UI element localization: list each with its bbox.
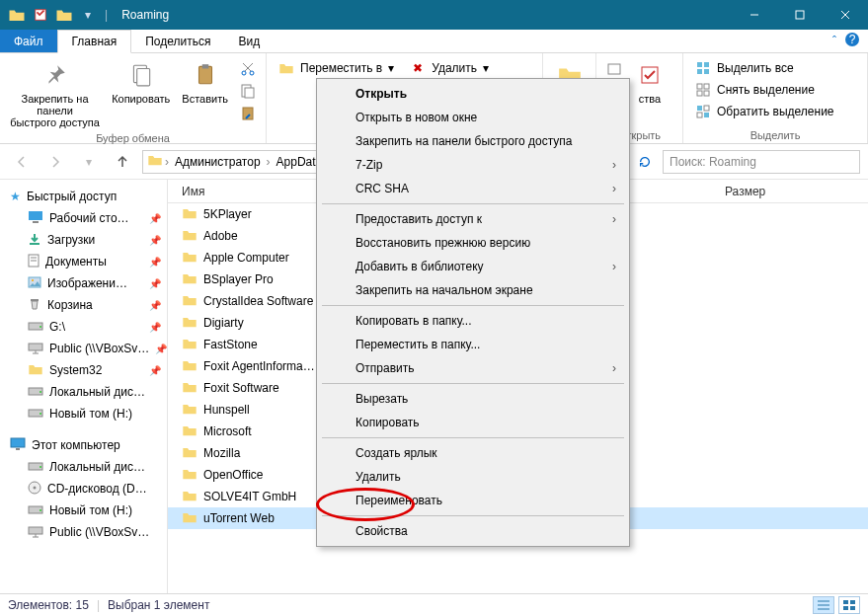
- chevron-right-icon: ›: [612, 361, 616, 375]
- details-view-button[interactable]: [813, 596, 834, 614]
- tab-share[interactable]: Поделиться: [131, 30, 224, 52]
- drive-icon: [28, 407, 43, 422]
- sidebar-item[interactable]: Загрузки📌: [0, 229, 167, 251]
- sidebar-item[interactable]: Корзина📌: [0, 294, 167, 316]
- titlebar: ▾ | Roaming: [0, 0, 868, 30]
- search-input[interactable]: Поиск: Roaming: [663, 150, 860, 174]
- sidebar-item[interactable]: Новый том (H:): [0, 500, 167, 521]
- drive-icon: [28, 385, 43, 400]
- copy-button[interactable]: Копировать: [108, 57, 174, 107]
- svg-rect-30: [704, 113, 709, 117]
- minimize-button[interactable]: [732, 0, 777, 30]
- up-button[interactable]: [109, 148, 136, 176]
- menu-item[interactable]: Переименовать: [320, 489, 626, 512]
- menu-item-label: Вырезать: [355, 392, 408, 406]
- sidebar-item[interactable]: Документы📌: [0, 251, 167, 272]
- help-icon[interactable]: ?: [844, 32, 860, 50]
- select-none-button[interactable]: Снять выделение: [689, 79, 821, 101]
- folder-icon: [182, 489, 197, 505]
- breadcrumb-item[interactable]: Администратор: [171, 155, 265, 169]
- properties-icon[interactable]: [30, 4, 51, 26]
- pin-icon: 📌: [149, 257, 161, 268]
- sidebar-item[interactable]: Public (\\VBoxSv…📌: [0, 338, 167, 359]
- menu-item[interactable]: Восстановить прежнюю версию: [320, 231, 626, 255]
- menu-item[interactable]: Копировать: [320, 411, 626, 434]
- thumbnails-view-button[interactable]: [838, 596, 860, 614]
- menu-item[interactable]: Удалить: [320, 465, 626, 489]
- back-button[interactable]: [8, 148, 36, 176]
- sidebar-item-label: Рабочий сто…: [49, 211, 129, 225]
- tab-file[interactable]: Файл: [0, 30, 57, 52]
- qat-dropdown-icon[interactable]: ▾: [77, 4, 99, 26]
- sidebar-item[interactable]: Локальный дис…: [0, 381, 167, 403]
- folder-icon: [182, 510, 197, 527]
- menu-item[interactable]: Отправить›: [320, 356, 626, 380]
- copy-path-button[interactable]: [236, 81, 260, 101]
- maximize-button[interactable]: [777, 0, 823, 30]
- tab-view[interactable]: Вид: [224, 30, 274, 52]
- folder-icon: [182, 467, 197, 484]
- menu-item[interactable]: Переместить в папку...: [320, 333, 626, 356]
- file-name: BSplayer Pro: [203, 272, 274, 286]
- select-all-button[interactable]: Выделить все: [689, 57, 800, 79]
- sidebar-item[interactable]: Изображени…📌: [0, 272, 167, 294]
- svg-rect-27: [697, 106, 702, 111]
- menu-item[interactable]: Закрепить на панели быстрого доступа: [320, 129, 626, 153]
- menu-item[interactable]: Открыть: [320, 82, 626, 106]
- group-clipboard-label: Буфер обмена: [6, 130, 260, 144]
- invert-selection-button[interactable]: Обратить выделение: [689, 101, 840, 122]
- svg-rect-8: [136, 69, 149, 86]
- network-icon: [28, 341, 43, 357]
- delete-label: Удалить: [432, 61, 477, 75]
- paste-button[interactable]: Вставить: [178, 57, 232, 107]
- forward-button[interactable]: [41, 148, 69, 176]
- tab-home[interactable]: Главная: [57, 30, 132, 53]
- svg-rect-24: [704, 84, 709, 89]
- folder-icon: [182, 423, 197, 440]
- close-button[interactable]: [823, 0, 868, 30]
- menu-item[interactable]: CRC SHA›: [320, 177, 626, 200]
- menu-item[interactable]: Предоставить доступ к›: [320, 207, 626, 231]
- group-select-label: Выделить: [689, 127, 861, 141]
- sidebar-item[interactable]: Рабочий сто…📌: [0, 207, 167, 229]
- menu-item[interactable]: Свойства: [320, 519, 626, 543]
- svg-rect-20: [704, 62, 709, 67]
- sidebar-item[interactable]: System32📌: [0, 359, 167, 381]
- cut-button[interactable]: [236, 59, 260, 79]
- recent-dropdown[interactable]: ▾: [75, 148, 103, 176]
- open-button[interactable]: [602, 59, 626, 79]
- pin-to-quick-access-button[interactable]: Закрепить на панели быстрого доступа: [6, 57, 104, 130]
- sidebar-quick-access[interactable]: ★ Быстрый доступ: [0, 186, 167, 207]
- sidebar-item[interactable]: Новый том (H:): [0, 403, 167, 424]
- file-name: Hunspell: [203, 403, 250, 417]
- folder2-icon[interactable]: [53, 4, 75, 26]
- chevron-right-icon[interactable]: ›: [165, 155, 169, 169]
- chevron-right-icon[interactable]: ›: [267, 155, 271, 169]
- col-size[interactable]: Размер: [695, 185, 794, 198]
- sidebar-item-label: Документы: [45, 255, 107, 269]
- paste-shortcut-button[interactable]: [236, 103, 260, 122]
- sidebar-item[interactable]: G:\📌: [0, 316, 167, 338]
- menu-item[interactable]: Вырезать: [320, 387, 626, 411]
- svg-rect-16: [608, 64, 620, 74]
- collapse-ribbon-icon[interactable]: ˆ: [832, 35, 836, 48]
- menu-item[interactable]: 7-Zip›: [320, 153, 626, 177]
- sidebar-item[interactable]: CD-дисковод (D…: [0, 478, 167, 500]
- sidebar-item-label: Локальный дис…: [49, 460, 145, 474]
- move-to-button[interactable]: Переместить в ▾: [273, 57, 400, 79]
- menu-item[interactable]: Закрепить на начальном экране: [320, 278, 626, 302]
- sidebar-this-pc[interactable]: Этот компьютер: [0, 434, 167, 456]
- menu-item[interactable]: Открыть в новом окне: [320, 106, 626, 129]
- svg-rect-61: [843, 606, 848, 610]
- menu-item[interactable]: Добавить в библиотеку›: [320, 255, 626, 278]
- delete-button[interactable]: ✖ Удалить ▾: [404, 57, 495, 79]
- properties-button[interactable]: ства: [630, 57, 670, 107]
- svg-point-41: [39, 326, 41, 328]
- menu-item[interactable]: Создать ярлык: [320, 441, 626, 465]
- sidebar-item-label: System32: [49, 363, 102, 377]
- refresh-button[interactable]: [633, 150, 657, 174]
- network-icon: [28, 524, 43, 541]
- sidebar-item[interactable]: Локальный дис…: [0, 456, 167, 478]
- sidebar-item[interactable]: Public (\\VBoxSv…: [0, 521, 167, 543]
- menu-item[interactable]: Копировать в папку...: [320, 309, 626, 333]
